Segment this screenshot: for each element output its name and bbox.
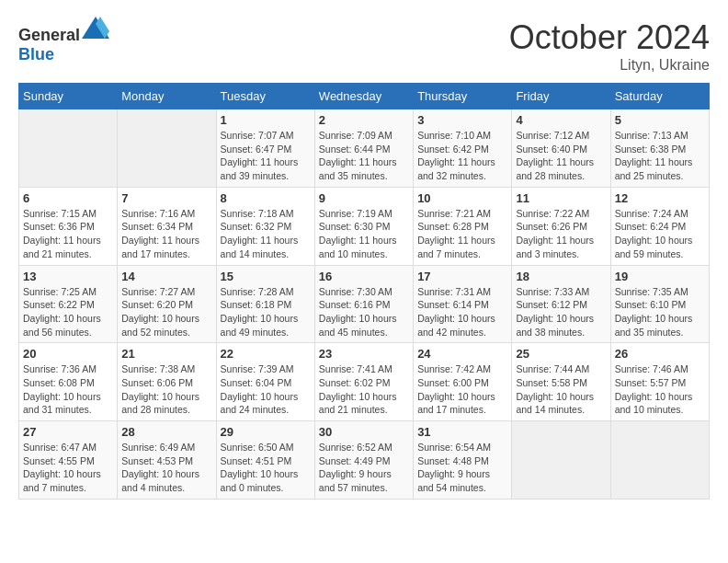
day-number: 15 xyxy=(221,270,311,283)
calendar-cell xyxy=(118,109,216,188)
day-info: Sunrise: 7:13 AMSunset: 6:38 PMDaylight:… xyxy=(615,129,705,183)
day-number: 4 xyxy=(516,113,606,127)
day-number: 16 xyxy=(319,270,409,283)
day-info: Sunrise: 7:16 AMSunset: 6:34 PMDaylight:… xyxy=(121,207,211,261)
day-number: 5 xyxy=(615,113,705,127)
calendar-cell: 16Sunrise: 7:30 AMSunset: 6:16 PMDayligh… xyxy=(314,265,413,343)
calendar-cell: 20Sunrise: 7:36 AMSunset: 6:08 PMDayligh… xyxy=(19,343,118,421)
calendar-cell: 5Sunrise: 7:13 AMSunset: 6:38 PMDaylight… xyxy=(610,109,709,188)
day-number: 27 xyxy=(23,425,113,439)
day-info: Sunrise: 6:49 AMSunset: 4:53 PMDaylight:… xyxy=(121,441,211,495)
day-info: Sunrise: 7:33 AMSunset: 6:12 PMDaylight:… xyxy=(516,285,606,339)
day-number: 28 xyxy=(121,425,211,439)
day-info: Sunrise: 7:38 AMSunset: 6:06 PMDaylight:… xyxy=(121,362,211,417)
calendar-cell xyxy=(610,421,709,500)
day-number: 19 xyxy=(615,270,705,283)
day-number: 6 xyxy=(23,191,113,205)
calendar-week: 13Sunrise: 7:25 AMSunset: 6:22 PMDayligh… xyxy=(19,265,710,343)
calendar-cell: 17Sunrise: 7:31 AMSunset: 6:14 PMDayligh… xyxy=(414,265,512,343)
calendar-cell: 10Sunrise: 7:21 AMSunset: 6:28 PMDayligh… xyxy=(414,187,512,265)
day-info: Sunrise: 7:27 AMSunset: 6:20 PMDaylight:… xyxy=(121,285,211,339)
day-number: 31 xyxy=(417,425,507,439)
day-info: Sunrise: 7:36 AMSunset: 6:08 PMDaylight:… xyxy=(23,362,113,417)
page-header: General Blue October 2024 Lityn, Ukraine xyxy=(18,18,710,74)
header-day: Friday xyxy=(512,84,610,109)
day-number: 29 xyxy=(221,425,311,439)
day-info: Sunrise: 7:30 AMSunset: 6:16 PMDaylight:… xyxy=(319,285,409,339)
day-number: 21 xyxy=(121,347,211,361)
calendar-table: SundayMondayTuesdayWednesdayThursdayFrid… xyxy=(18,83,710,500)
header-day: Wednesday xyxy=(314,84,413,109)
header-day: Monday xyxy=(118,84,216,109)
calendar-cell: 22Sunrise: 7:39 AMSunset: 6:04 PMDayligh… xyxy=(216,343,314,421)
day-number: 10 xyxy=(417,191,507,205)
day-number: 17 xyxy=(417,270,507,283)
day-info: Sunrise: 7:25 AMSunset: 6:22 PMDaylight:… xyxy=(23,285,113,339)
day-number: 7 xyxy=(121,191,211,205)
day-info: Sunrise: 6:47 AMSunset: 4:55 PMDaylight:… xyxy=(23,441,113,495)
day-number: 25 xyxy=(516,347,606,361)
calendar-cell xyxy=(512,421,610,500)
title-section: October 2024 Lityn, Ukraine xyxy=(509,18,710,74)
day-info: Sunrise: 7:41 AMSunset: 6:02 PMDaylight:… xyxy=(319,362,409,417)
day-number: 22 xyxy=(221,347,311,361)
calendar-cell: 14Sunrise: 7:27 AMSunset: 6:20 PMDayligh… xyxy=(118,265,216,343)
calendar-cell: 28Sunrise: 6:49 AMSunset: 4:53 PMDayligh… xyxy=(118,421,216,500)
logo-blue: Blue xyxy=(18,45,54,63)
calendar-cell xyxy=(19,109,118,188)
calendar-cell: 6Sunrise: 7:15 AMSunset: 6:36 PMDaylight… xyxy=(19,187,118,265)
calendar-week: 27Sunrise: 6:47 AMSunset: 4:55 PMDayligh… xyxy=(19,421,710,500)
calendar-cell: 3Sunrise: 7:10 AMSunset: 6:42 PMDaylight… xyxy=(414,109,512,188)
day-info: Sunrise: 6:50 AMSunset: 4:51 PMDaylight:… xyxy=(221,441,311,495)
day-number: 1 xyxy=(221,113,311,127)
header-day: Sunday xyxy=(19,84,118,109)
calendar-cell: 26Sunrise: 7:46 AMSunset: 5:57 PMDayligh… xyxy=(610,343,709,421)
day-number: 12 xyxy=(615,191,705,205)
calendar-cell: 2Sunrise: 7:09 AMSunset: 6:44 PMDaylight… xyxy=(314,109,413,188)
day-number: 3 xyxy=(417,113,507,127)
day-number: 14 xyxy=(121,270,211,283)
day-info: Sunrise: 7:28 AMSunset: 6:18 PMDaylight:… xyxy=(221,285,311,339)
day-info: Sunrise: 7:42 AMSunset: 6:00 PMDaylight:… xyxy=(417,362,507,417)
location-title: Lityn, Ukraine xyxy=(509,57,710,74)
calendar-cell: 7Sunrise: 7:16 AMSunset: 6:34 PMDaylight… xyxy=(118,187,216,265)
header-day: Saturday xyxy=(610,84,709,109)
day-info: Sunrise: 7:22 AMSunset: 6:26 PMDaylight:… xyxy=(516,207,606,261)
day-number: 30 xyxy=(319,425,409,439)
calendar-body: 1Sunrise: 7:07 AMSunset: 6:47 PMDaylight… xyxy=(19,109,710,500)
day-number: 9 xyxy=(319,191,409,205)
calendar-cell: 11Sunrise: 7:22 AMSunset: 6:26 PMDayligh… xyxy=(512,187,610,265)
header-day: Thursday xyxy=(414,84,512,109)
day-info: Sunrise: 7:09 AMSunset: 6:44 PMDaylight:… xyxy=(319,129,409,183)
calendar-cell: 24Sunrise: 7:42 AMSunset: 6:00 PMDayligh… xyxy=(414,343,512,421)
calendar-cell: 8Sunrise: 7:18 AMSunset: 6:32 PMDaylight… xyxy=(216,187,314,265)
day-info: Sunrise: 7:07 AMSunset: 6:47 PMDaylight:… xyxy=(221,129,311,183)
calendar-cell: 27Sunrise: 6:47 AMSunset: 4:55 PMDayligh… xyxy=(19,421,118,500)
day-info: Sunrise: 6:54 AMSunset: 4:48 PMDaylight:… xyxy=(417,441,507,495)
day-info: Sunrise: 7:15 AMSunset: 6:36 PMDaylight:… xyxy=(23,207,113,261)
day-number: 13 xyxy=(23,270,113,283)
calendar-cell: 4Sunrise: 7:12 AMSunset: 6:40 PMDaylight… xyxy=(512,109,610,188)
calendar-cell: 31Sunrise: 6:54 AMSunset: 4:48 PMDayligh… xyxy=(414,421,512,500)
day-info: Sunrise: 7:39 AMSunset: 6:04 PMDaylight:… xyxy=(221,362,311,417)
calendar-cell: 1Sunrise: 7:07 AMSunset: 6:47 PMDaylight… xyxy=(216,109,314,188)
calendar-cell: 13Sunrise: 7:25 AMSunset: 6:22 PMDayligh… xyxy=(19,265,118,343)
day-info: Sunrise: 7:31 AMSunset: 6:14 PMDaylight:… xyxy=(417,285,507,339)
day-info: Sunrise: 6:52 AMSunset: 4:49 PMDaylight:… xyxy=(319,441,409,495)
day-info: Sunrise: 7:44 AMSunset: 5:58 PMDaylight:… xyxy=(516,362,606,417)
day-info: Sunrise: 7:12 AMSunset: 6:40 PMDaylight:… xyxy=(516,129,606,183)
day-number: 8 xyxy=(221,191,311,205)
day-number: 24 xyxy=(417,347,507,361)
calendar-header: SundayMondayTuesdayWednesdayThursdayFrid… xyxy=(19,84,710,109)
day-number: 18 xyxy=(516,270,606,283)
calendar-cell: 23Sunrise: 7:41 AMSunset: 6:02 PMDayligh… xyxy=(314,343,413,421)
day-info: Sunrise: 7:21 AMSunset: 6:28 PMDaylight:… xyxy=(417,207,507,261)
calendar-cell: 15Sunrise: 7:28 AMSunset: 6:18 PMDayligh… xyxy=(216,265,314,343)
logo-general: General xyxy=(18,26,80,44)
month-title: October 2024 xyxy=(509,18,710,57)
calendar-cell: 21Sunrise: 7:38 AMSunset: 6:06 PMDayligh… xyxy=(118,343,216,421)
calendar-cell: 19Sunrise: 7:35 AMSunset: 6:10 PMDayligh… xyxy=(610,265,709,343)
logo: General Blue xyxy=(18,18,109,64)
day-number: 26 xyxy=(615,347,705,361)
day-info: Sunrise: 7:10 AMSunset: 6:42 PMDaylight:… xyxy=(417,129,507,183)
